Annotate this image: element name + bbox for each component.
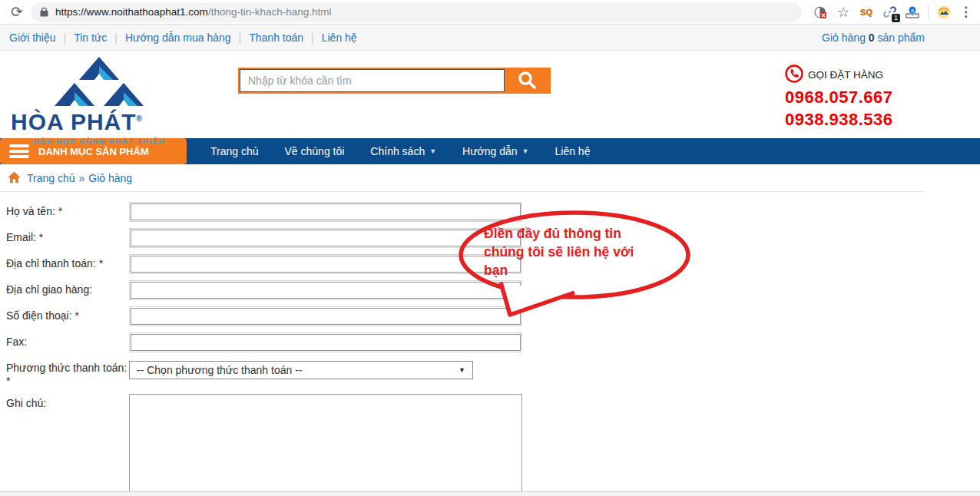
logo-triangles-icon [45,55,153,107]
form-row-dia-chi-giao-hang: Địa chỉ giao hàng: [6,280,980,300]
registered-mark: ® [137,114,143,123]
svg-text:a: a [911,8,914,13]
input-wrapper-ho-va-ten [129,202,522,222]
nav-item-label: Chính sách [370,145,425,157]
input-so-dien-thoai[interactable] [131,308,521,325]
hotline-label: GỌI ĐẶT HÀNG [808,69,883,81]
search-input[interactable] [240,69,505,92]
url-text: https://www.noithathoaphat1.com/thong-ti… [55,6,331,18]
phone-number-1[interactable]: 0968.057.667 [785,87,893,107]
url-host: https://www.noithathoaphat1.com [55,6,208,18]
select-value: -- Chọn phương thức thanh toán -- [137,364,302,376]
home-icon[interactable] [8,171,21,186]
breadcrumb-current: Giỏ hàng [88,172,132,184]
search-button[interactable] [505,69,549,92]
hamburger-icon [9,144,29,158]
nav-item-label: Về chúng tôi [285,145,345,157]
label-dia-chi-thanh-toan: Địa chỉ thanh toán: * [6,254,129,274]
cart-label: Giỏ hàng [822,31,866,44]
browser-action-icons: ☆ SQ 1 a ⋮ [806,4,974,20]
input-wrapper-dia-chi-giao-hang [129,280,522,300]
nav-item-label: Hướng dẫn [462,145,517,157]
nav-item-2[interactable]: Về chúng tôi [272,145,358,157]
input-wrapper-email [129,228,522,248]
cart-summary[interactable]: Giỏ hàng 0 sản phẩm [822,31,971,44]
form-row-so-dien-thoai: Số điện thoại: * [6,306,980,326]
chevron-down-icon: ▼ [429,147,436,155]
form-row-ghi-chu: Ghi chú: [6,394,980,491]
search-bar [238,68,551,94]
form-row-phuong-thuc-thanh-toan: Phương thức thanh toán: *-- Chọn phương … [6,359,980,388]
input-wrapper-so-dien-thoai [129,306,522,326]
sq-extension-icon[interactable]: SQ [859,5,874,20]
utility-bar: Giới thiệu|Tin tức|Hướng dẫn mua hàng|Th… [0,25,980,51]
bookmark-star-icon[interactable]: ☆ [836,5,851,20]
catalog-button-label: DANH MỤC SẢN PHẨM [38,146,149,157]
form-row-email: Email: * [6,228,980,248]
input-email[interactable] [131,230,521,246]
nav-item-5[interactable]: Liên hệ [542,145,604,157]
logo-title: HÒA PHÁT® [11,107,187,134]
input-dia-chi-giao-hang[interactable] [131,282,521,299]
select-phuong-thuc-thanh-toan[interactable]: -- Chọn phương thức thanh toán --▼ [129,361,473,379]
input-wrapper-fax [129,332,522,352]
chevron-down-icon: ▼ [522,147,529,155]
label-email: Email: * [6,228,129,248]
nav-item-1[interactable]: Trang chủ [197,145,272,157]
site-header: HÒA PHÁT® HÒA HỢP CÙNG PHÁT TRIỂN GỌI ĐẶ… [0,51,980,138]
nav-item-label: Liên hệ [555,145,591,157]
label-so-dien-thoai: Số điện thoại: * [6,306,129,326]
textarea-ghi-chu[interactable] [129,394,522,491]
label-ghi-chu: Ghi chú: [6,394,129,491]
hoaphat-logo[interactable]: HÒA PHÁT® HÒA HỢP CÙNG PHÁT TRIỂN [11,55,187,145]
nav-item-label: Trang chủ [210,145,259,157]
topbar-link-5[interactable]: Liên hệ [314,31,365,44]
form-row-ho-va-ten: Họ và tên: * [6,202,980,222]
nav-items: Trang chủVề chúng tôiChính sách▼Hướng dẫ… [197,138,603,164]
input-fax[interactable] [131,334,521,351]
cart-unit: sản phẩm [878,31,925,44]
hoaphat-extension-icon[interactable] [936,5,952,20]
reload-icon[interactable]: ⟳ [6,2,28,23]
phone-number-2[interactable]: 0938.938.536 [785,109,893,130]
address-bar[interactable]: https://www.noithathoaphat1.com/thong-ti… [31,2,802,22]
topbar-links: Giới thiệu|Tin tức|Hướng dẫn mua hàng|Th… [9,31,365,44]
customer-info-form: Họ và tên: *Email: *Địa chỉ thanh toán: … [0,192,980,491]
phone-icon [785,64,803,85]
input-dia-chi-thanh-toan[interactable] [131,256,521,273]
hotline-block: GỌI ĐẶT HÀNG 0968.057.667 0938.938.536 [785,64,893,130]
topbar-link-1[interactable]: Giới thiệu [9,31,64,44]
breadcrumb-home[interactable]: Trang chủ [27,172,75,184]
label-dia-chi-giao-hang: Địa chỉ giao hàng: [6,280,129,300]
cookies-blocked-icon[interactable] [813,5,828,20]
topbar-link-3[interactable]: Hướng dẫn mua hàng [118,31,239,44]
url-path: /thong-tin-khach-hang.html [208,6,332,18]
browser-toolbar: ⟳ https://www.noithathoaphat1.com/thong-… [0,0,980,25]
input-ho-va-ten[interactable] [131,203,521,220]
link-extension-icon[interactable]: 1 [882,5,897,20]
cart-count: 0 [869,31,875,44]
dropdown-arrow-icon: ▼ [459,366,465,374]
logo-tagline: HÒA HỢP CÙNG PHÁT TRIỂN [11,137,187,145]
ruler-extension-icon[interactable]: a [905,5,920,20]
toolbar-separator [928,5,929,19]
search-icon [517,70,537,92]
breadcrumb: Trang chủ » Giỏ hàng [0,164,980,192]
extension-badge: 1 [892,14,900,22]
form-row-dia-chi-thanh-toan: Địa chỉ thanh toán: * [6,254,980,274]
nav-item-3[interactable]: Chính sách▼ [357,145,449,157]
viewport-bottom-edge [0,491,980,496]
topbar-link-2[interactable]: Tin tức [66,31,114,44]
label-phuong-thuc-thanh-toan: Phương thức thanh toán: * [6,359,129,388]
lock-icon [40,7,48,17]
browser-menu-icon[interactable]: ⋮ [959,4,972,20]
label-fax: Fax: [6,332,129,352]
form-row-fax: Fax: [6,332,980,352]
breadcrumb-separator: » [79,172,85,184]
nav-item-4[interactable]: Hướng dẫn▼ [449,145,541,157]
topbar-link-4[interactable]: Thanh toán [241,31,311,44]
label-ho-va-ten: Họ và tên: * [6,202,129,222]
input-wrapper-dia-chi-thanh-toan [129,254,522,274]
page-content: Họ và tên: *Email: *Địa chỉ thanh toán: … [0,192,980,491]
